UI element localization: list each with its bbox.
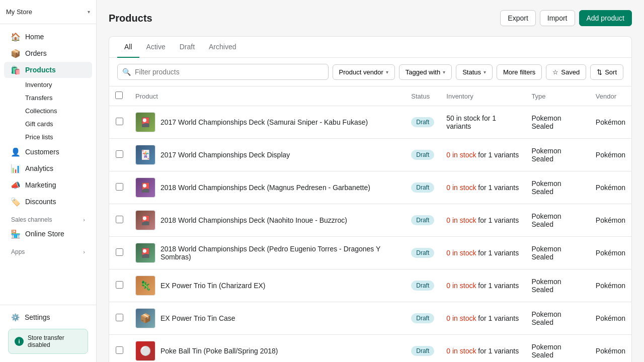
product-thumbnail-0: 🎴: [135, 112, 155, 132]
status-dropdown-icon: ▾: [484, 69, 486, 75]
home-icon: 🏠: [11, 32, 20, 41]
inventory-zero-2: 0 in stock: [446, 184, 476, 192]
product-name-0[interactable]: 2017 World Championships Deck (Samurai S…: [160, 118, 368, 126]
product-thumbnail-4: 🎴: [135, 243, 155, 263]
sidebar-item-inventory[interactable]: Inventory: [11, 78, 92, 91]
store-transfer-label: Store transfer disabled: [28, 334, 82, 348]
row-checkbox-1[interactable]: [116, 150, 123, 158]
star-icon: ☆: [552, 68, 558, 76]
vendor-column-header: Vendor: [590, 86, 631, 106]
row-checkbox-7[interactable]: [116, 346, 123, 354]
sidebar-item-discounts[interactable]: 🏷️ Discounts: [4, 194, 92, 210]
inventory-cell-0: 50 in stock for 1 variants: [440, 106, 525, 139]
product-name-5[interactable]: EX Power Trio Tin (Charizard EX): [160, 282, 266, 290]
type-cell-2: Pokemon Sealed: [525, 171, 589, 204]
product-name-7[interactable]: Poke Ball Tin (Poke Ball/Spring 2018): [160, 347, 278, 355]
sidebar-item-settings[interactable]: ⚙️ Settings: [4, 310, 92, 325]
more-filters-button[interactable]: More filters: [497, 64, 542, 80]
row-checkbox-5[interactable]: [116, 281, 123, 289]
product-name-1[interactable]: 2017 World Championships Deck Display: [160, 151, 290, 159]
product-thumbnail-1: 🃏: [135, 145, 155, 165]
header-actions: Export Import Add product: [500, 10, 632, 26]
tab-draft[interactable]: Draft: [173, 37, 202, 58]
row-checkbox-6[interactable]: [116, 314, 123, 321]
tagged-with-filter[interactable]: Tagged with ▾: [399, 64, 452, 80]
apps-section: Apps ›: [0, 242, 96, 257]
product-name-3[interactable]: 2018 World Championships Deck (Naohito I…: [160, 216, 347, 224]
type-cell-7: Pokemon Sealed: [525, 335, 589, 363]
inventory-suffix-2: for 1 variants: [476, 184, 519, 192]
inventory-cell-5: 0 in stock for 1 variants: [440, 269, 525, 302]
type-cell-0: Pokemon Sealed: [525, 106, 589, 139]
product-name-4[interactable]: 2018 World Championships Deck (Pedro Eug…: [160, 245, 399, 261]
sidebar-item-discounts-label: Discounts: [25, 198, 56, 206]
table-row: 🎴 2018 World Championships Deck (Naohito…: [109, 204, 631, 237]
sidebar-item-orders[interactable]: 📦 Orders: [4, 45, 92, 61]
saved-label: Saved: [561, 68, 580, 76]
product-vendor-filter[interactable]: Product vendor ▾: [333, 64, 395, 80]
product-name-2[interactable]: 2018 World Championships Deck (Magnus Pe…: [160, 184, 370, 192]
search-icon: 🔍: [122, 68, 131, 76]
sidebar-item-marketing-label: Marketing: [25, 181, 56, 189]
inventory-cell-7: 0 in stock for 1 variants: [440, 335, 525, 363]
vendor-cell-2: Pokémon: [590, 171, 631, 204]
sidebar-item-products[interactable]: 🛍️ Products: [4, 62, 92, 78]
status-badge-7: Draft: [411, 346, 434, 356]
select-all-checkbox[interactable]: [115, 92, 123, 99]
status-badge-3: Draft: [411, 215, 434, 225]
sidebar-item-collections[interactable]: Collections: [11, 105, 92, 117]
import-button[interactable]: Import: [540, 10, 575, 26]
filter-bar: 🔍 Product vendor ▾ Tagged with ▾ Status …: [109, 58, 631, 86]
sort-button[interactable]: ⇅ Sort: [590, 64, 623, 80]
add-product-button[interactable]: Add product: [579, 10, 632, 26]
inventory-zero-1: 0 in stock: [446, 151, 476, 159]
search-wrapper: 🔍: [117, 64, 329, 80]
store-selector[interactable]: My Store ▾: [0, 0, 96, 24]
sidebar-item-transfers[interactable]: Transfers: [11, 92, 92, 104]
sidebar-item-home-label: Home: [25, 33, 44, 41]
sort-label: Sort: [605, 68, 617, 76]
sidebar-item-analytics[interactable]: 📊 Analytics: [4, 160, 92, 176]
vendor-cell-1: Pokémon: [590, 139, 631, 171]
sidebar-item-products-label: Products: [25, 66, 56, 74]
sidebar-bottom: ⚙️ Settings i Store transfer disabled: [0, 305, 96, 362]
status-badge-5: Draft: [411, 281, 434, 291]
sidebar-item-gift-cards[interactable]: Gift cards: [11, 118, 92, 130]
vendor-cell-7: Pokémon: [590, 335, 631, 363]
store-selector-chevron-icon: ▾: [88, 9, 90, 15]
marketing-icon: 📣: [11, 180, 20, 190]
product-cell-4: 🎴 2018 World Championships Deck (Pedro E…: [135, 243, 399, 263]
status-badge-2: Draft: [411, 183, 434, 193]
inventory-cell-3: 0 in stock for 1 variants: [440, 204, 525, 237]
tab-archived[interactable]: Archived: [202, 37, 243, 58]
product-name-6[interactable]: EX Power Trio Tin Case: [160, 314, 235, 322]
inventory-suffix-5: for 1 variants: [476, 282, 519, 290]
row-checkbox-0[interactable]: [116, 118, 123, 125]
status-filter[interactable]: Status ▾: [456, 64, 493, 80]
products-icon: 🛍️: [11, 65, 20, 74]
type-cell-5: Pokemon Sealed: [525, 269, 589, 302]
export-button[interactable]: Export: [500, 10, 535, 26]
sidebar-nav: 🏠 Home 📦 Orders 🛍️ Products Inventory Tr…: [0, 24, 96, 305]
status-badge-0: Draft: [411, 117, 434, 127]
inventory-zero-4: 0 in stock: [446, 249, 476, 257]
sidebar-item-customers[interactable]: 👤 Customers: [4, 144, 92, 160]
tagged-with-dropdown-icon: ▾: [443, 69, 445, 75]
sales-channels-section: Sales channels ›: [0, 210, 96, 225]
sidebar-item-home[interactable]: 🏠 Home: [4, 29, 92, 45]
search-input[interactable]: [117, 64, 329, 80]
apps-expand-icon[interactable]: ›: [83, 249, 85, 255]
row-checkbox-2[interactable]: [116, 183, 123, 191]
saved-button[interactable]: ☆ Saved: [546, 64, 586, 80]
sidebar-item-online-store[interactable]: 🏪 Online Store: [4, 226, 92, 242]
tab-all[interactable]: All: [117, 37, 139, 58]
product-cell-6: 📦 EX Power Trio Tin Case: [135, 308, 399, 328]
row-checkbox-4[interactable]: [116, 248, 123, 256]
inventory-cell-6: 0 in stock for 1 variants: [440, 302, 525, 335]
sidebar-item-marketing[interactable]: 📣 Marketing: [4, 177, 92, 193]
tab-active[interactable]: Active: [139, 37, 173, 58]
status-column-header: Status: [405, 86, 440, 106]
sidebar-item-price-lists[interactable]: Price lists: [11, 131, 92, 143]
row-checkbox-3[interactable]: [116, 216, 123, 223]
sales-channels-expand-icon[interactable]: ›: [83, 217, 85, 223]
